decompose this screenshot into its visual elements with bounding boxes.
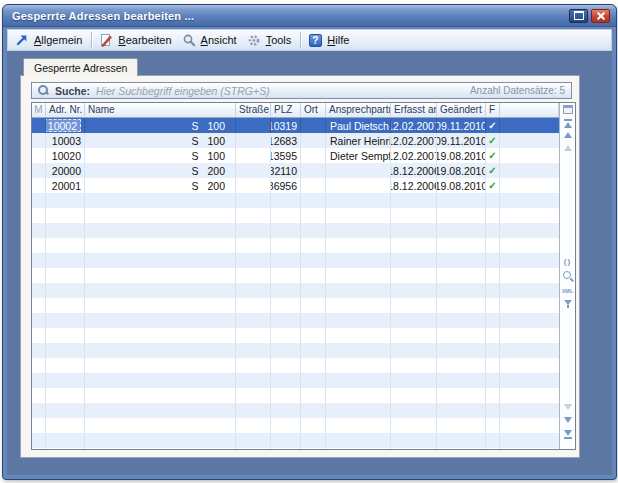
tab-gesperrte-adressen[interactable]: Gesperrte Adressen [23, 58, 138, 76]
cell-ansprechpartner [326, 328, 391, 343]
cell-plz: 12683 [271, 133, 301, 148]
cell-plz [271, 343, 301, 358]
cell-strasse [236, 178, 271, 193]
table-row[interactable]: 20000S2008211018.12.200619.08.2010✓ [32, 163, 559, 178]
close-button[interactable] [591, 9, 610, 23]
table-row[interactable]: 10002S10010319Paul Dietsch12.02.200709.1… [32, 118, 559, 133]
cell-adr-nr [46, 448, 85, 449]
cell-flag: ✓ [486, 148, 500, 163]
table-row[interactable]: 10003S10012683Rainer Heinrich12.02.20070… [32, 133, 559, 148]
table-row[interactable] [32, 313, 559, 328]
scroll-up-icon[interactable] [560, 132, 575, 138]
cell-plz [271, 268, 301, 283]
scroll-down-icon[interactable] [560, 417, 575, 423]
table-row[interactable]: 20001S2008695618.12.200619.08.2010✓ [32, 178, 559, 193]
table-row[interactable] [32, 343, 559, 358]
cell-strasse [236, 343, 271, 358]
cell-name [85, 448, 236, 449]
cell-plz [271, 208, 301, 223]
column-header-ansprechpartner[interactable]: Ansprechpartner [326, 103, 391, 116]
maximize-button[interactable] [569, 9, 588, 23]
gear-icon [247, 33, 261, 47]
scroll-top-icon[interactable] [560, 119, 575, 128]
cell-name: S100 [85, 118, 236, 133]
table-row[interactable] [32, 223, 559, 238]
table-row[interactable] [32, 193, 559, 208]
column-header-marker[interactable]: M [32, 103, 46, 116]
maximize-icon [574, 11, 584, 20]
column-header-strasse[interactable]: Straße [236, 103, 271, 116]
cell-ort [301, 403, 326, 418]
table-row[interactable] [32, 208, 559, 223]
search-input[interactable]: Hier Suchbegriff eingeben (STRG+S) [96, 85, 270, 97]
column-header-erfasst-am[interactable]: Erfasst am [391, 103, 437, 116]
table-row[interactable] [32, 298, 559, 313]
cell-name [85, 193, 236, 208]
table-row[interactable] [32, 253, 559, 268]
table-row[interactable] [32, 418, 559, 433]
grid-main: M Adr. Nr. Name Straße PLZ Ort Ansprechp… [32, 103, 559, 449]
column-header-adr-nr[interactable]: Adr. Nr. [46, 103, 85, 116]
table-row[interactable] [32, 328, 559, 343]
cell-flag [486, 208, 500, 223]
table-row[interactable] [32, 238, 559, 253]
window: Gesperrte Adressen bearbeiten ... Allgem… [2, 4, 617, 480]
menu-item-hilfe[interactable]: ? Hilfe [304, 32, 355, 48]
cell-geaendert-am [437, 358, 486, 373]
column-header-flag[interactable]: F [486, 103, 500, 116]
cell-flag: ✓ [486, 133, 500, 148]
cell-ort [301, 208, 326, 223]
menu-item-allgemein[interactable]: Allgemein [11, 32, 88, 48]
table-row[interactable] [32, 403, 559, 418]
cell-flag [486, 358, 500, 373]
table-row[interactable] [32, 358, 559, 373]
cell-plz: 10319 [271, 118, 301, 133]
scroll-bottom-icon[interactable] [560, 430, 575, 439]
table-row[interactable] [32, 268, 559, 283]
column-chooser-icon[interactable] [560, 105, 575, 114]
cell-adr-nr [46, 433, 85, 448]
table-row[interactable] [32, 448, 559, 449]
cell-erfasst-am [391, 253, 437, 268]
cell-strasse [236, 358, 271, 373]
cell-erfasst-am [391, 283, 437, 298]
cell-geaendert-am [437, 298, 486, 313]
cell-ansprechpartner [326, 403, 391, 418]
cell-plz [271, 418, 301, 433]
cell-filler [500, 388, 559, 403]
filter-icon[interactable] [560, 300, 575, 308]
cell-erfasst-am: 12.02.2007 [391, 133, 437, 148]
cell-plz [271, 358, 301, 373]
cell-ansprechpartner [326, 238, 391, 253]
menu-item-tools[interactable]: Tools [243, 32, 298, 48]
cell-erfasst-am [391, 193, 437, 208]
column-width-icon[interactable]: () [560, 258, 575, 266]
menu-item-bearbeiten[interactable]: Bearbeiten [95, 32, 177, 48]
cell-ort [301, 193, 326, 208]
check-icon: ✓ [488, 121, 496, 131]
column-header-ort[interactable]: Ort [301, 103, 326, 116]
column-header-geaendert-am[interactable]: Geändert am [437, 103, 486, 116]
menu-item-ansicht[interactable]: Ansicht [178, 32, 243, 48]
column-header-name[interactable]: Name [85, 103, 236, 116]
titlebar[interactable]: Gesperrte Adressen bearbeiten ... [3, 5, 616, 27]
table-row[interactable] [32, 433, 559, 448]
table-row[interactable] [32, 388, 559, 403]
cell-ort [301, 328, 326, 343]
search-bar[interactable]: Suche: Hier Suchbegriff eingeben (STRG+S… [31, 82, 572, 99]
cell-plz: 86956 [271, 178, 301, 193]
menu-label: Hilfe [327, 34, 349, 46]
zoom-icon[interactable] [560, 271, 575, 282]
table-row[interactable] [32, 373, 559, 388]
xml-export-icon[interactable]: XML [560, 287, 575, 295]
column-header-plz[interactable]: PLZ [271, 103, 301, 116]
cell-filler [500, 448, 559, 449]
cell-filler [500, 418, 559, 433]
cell-flag [486, 403, 500, 418]
table-row[interactable]: 10020S10013595Dieter Sempf12.02.200719.0… [32, 148, 559, 163]
table-row[interactable] [32, 283, 559, 298]
cell-name: S100 [85, 133, 236, 148]
cell-adr-nr [46, 313, 85, 328]
cell-ort [301, 388, 326, 403]
cell-plz [271, 388, 301, 403]
